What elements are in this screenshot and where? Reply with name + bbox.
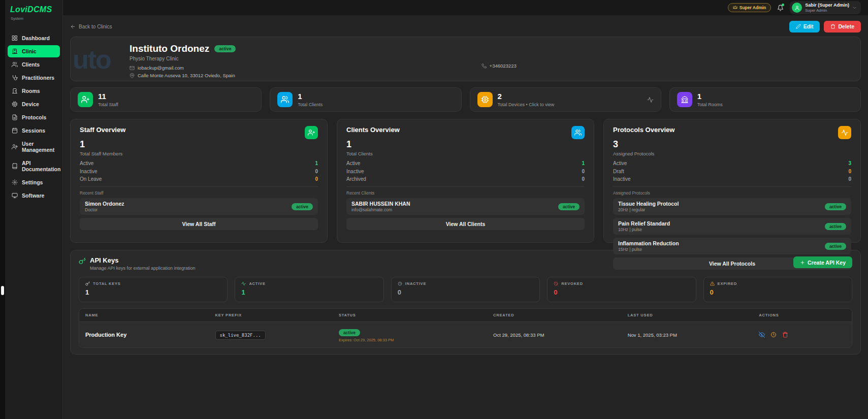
- user-gear-icon: [12, 144, 18, 150]
- card-total: 1: [80, 139, 318, 150]
- list-item[interactable]: Pain Relief Standard10Hz | pulseactive: [613, 218, 851, 235]
- role-badge: Super Admin: [728, 3, 771, 12]
- list-item[interactable]: SABIR HUSSEIN KHANinfo@salahmate.comacti…: [346, 198, 585, 215]
- card-total: 1: [346, 139, 585, 150]
- key-name: Production Key: [79, 332, 209, 338]
- view-all-button-staff[interactable]: View All Staff: [80, 218, 318, 230]
- card-total-label: Total Clients: [346, 151, 585, 156]
- api-key-stats: TOTAL KEYS1ACTIVE1INACTIVE0REVOKED0EXPIR…: [79, 277, 852, 302]
- stat-card-total-staff: 11Total Staff: [70, 87, 262, 112]
- overview-row: Staff Overview1Total Staff MembersActive…: [70, 119, 861, 243]
- api-stat-value: 0: [710, 288, 846, 296]
- activity-icon: [647, 96, 654, 103]
- api-keys-table: NAMEKEY PREFIXSTATUSCREATEDLAST USEDACTI…: [79, 308, 852, 348]
- delete-button[interactable]: Delete: [824, 21, 861, 33]
- user-plus-icon: [78, 92, 93, 107]
- status-row-draft: Draft0: [613, 169, 851, 174]
- topbar: Super Admin Sabir (Super Admin) Super Ad…: [63, 0, 868, 15]
- clinic-name: Instituto Ordonez: [130, 43, 209, 54]
- eye-off-icon[interactable]: [759, 332, 765, 338]
- sidebar-item-label: Settings: [22, 179, 43, 185]
- sidebar-item-api-documentation[interactable]: API Documentation: [8, 157, 60, 175]
- crown-icon: [733, 5, 737, 11]
- status-badge: active: [825, 243, 846, 250]
- list-item[interactable]: Inflammation Reduction15Hz | pulseactive: [613, 238, 851, 254]
- notification-dot: [782, 4, 784, 6]
- sidebar-item-device[interactable]: Device: [8, 98, 60, 110]
- app-logo-subtitle: System: [5, 14, 62, 27]
- user-name: Sabir (Super Admin): [805, 3, 849, 8]
- stat-value: 2: [498, 92, 555, 101]
- pencil-icon: [796, 24, 801, 29]
- calendar-icon: [12, 127, 18, 134]
- main-content: Back to Clinics Edit Delete uto Institut…: [63, 15, 868, 419]
- role-badge-label: Super Admin: [740, 5, 766, 10]
- users-icon: [277, 92, 293, 107]
- column-header-last-used: LAST USED: [622, 309, 753, 321]
- phone-icon: [481, 63, 487, 69]
- clinic-status-badge: active: [214, 45, 236, 52]
- scrollbar-thumb[interactable]: [1, 286, 4, 295]
- slash-circle-icon: [554, 281, 558, 286]
- stat-card-total-clients: 1Total Clients: [270, 87, 461, 112]
- mail-icon: [130, 66, 135, 71]
- grid-icon: [12, 35, 18, 41]
- list-item[interactable]: Tissue Healing Protocol20Hz | regularact…: [613, 198, 851, 215]
- created-date: Oct 29, 2025, 08:33 PM: [487, 332, 622, 338]
- app-logo: LoviDCMS: [5, 0, 62, 14]
- sidebar-item-clients[interactable]: Clients: [8, 58, 60, 71]
- sidebar-item-label: Software: [22, 192, 44, 199]
- file-text-icon: [12, 114, 18, 120]
- sidebar-item-protocols[interactable]: Protocols: [8, 111, 60, 123]
- api-stat-revoked: REVOKED0: [547, 277, 696, 302]
- chevron-down-icon: [852, 6, 857, 10]
- stat-value: 1: [298, 92, 323, 101]
- key-icon: [85, 281, 90, 286]
- sidebar-item-sessions[interactable]: Sessions: [8, 124, 60, 137]
- sidebar-item-label: API Documentation: [22, 160, 60, 172]
- clinic-watermark: uto: [73, 44, 111, 75]
- card-title: Protocols Overview: [613, 126, 674, 134]
- create-api-key-button[interactable]: Create API Key: [793, 256, 852, 268]
- user-menu[interactable]: Sabir (Super Admin) Super Admin: [790, 1, 861, 14]
- clock-icon[interactable]: [770, 332, 777, 338]
- list-item[interactable]: Simon OrdonezDoctoractive: [80, 198, 318, 215]
- clients-overview-card: Clients Overview1Total ClientsActive1Ina…: [337, 119, 594, 243]
- sidebar-item-practitioners[interactable]: Practitioners: [8, 72, 60, 84]
- column-header-created: CREATED: [487, 309, 622, 321]
- sidebar-item-label: Clinic: [22, 48, 37, 54]
- status-row-inactive: Inactive0: [80, 169, 318, 174]
- status-row-inactive: Inactive0: [346, 169, 585, 174]
- card-total-label: Assigned Protocols: [613, 151, 851, 156]
- sidebar-nav: DashboardClinicClientsPractitionersRooms…: [5, 27, 62, 202]
- building-icon: [12, 48, 18, 54]
- api-stat-value: 0: [398, 288, 533, 296]
- status-row-active: Active3: [613, 160, 851, 166]
- clinic-email: iobackup@gmail.com: [138, 65, 184, 71]
- sidebar-item-rooms[interactable]: Rooms: [8, 85, 60, 97]
- bank-icon: [677, 92, 692, 107]
- edit-button[interactable]: Edit: [789, 21, 820, 33]
- status-row-on-leave: On Leave0: [80, 176, 318, 182]
- card-title: Clients Overview: [346, 126, 400, 134]
- sidebar-item-settings[interactable]: Settings: [8, 176, 60, 188]
- view-all-button-clients[interactable]: View All Clients: [346, 218, 585, 230]
- sidebar-item-user-management[interactable]: User Management: [8, 138, 60, 156]
- back-link[interactable]: Back to Clinics: [70, 24, 112, 29]
- status-badge: active: [825, 203, 846, 210]
- stat-card-total-devices[interactable]: 2Total Devices • Click to view: [470, 87, 661, 112]
- sidebar-item-software[interactable]: Software: [8, 189, 60, 202]
- trash-icon[interactable]: [782, 332, 788, 338]
- card-total-label: Total Staff Members: [80, 151, 318, 156]
- stats-row: 11Total Staff1Total Clients2Total Device…: [70, 87, 861, 112]
- column-header-actions: ACTIONS: [753, 309, 852, 321]
- status-badge: active: [339, 329, 360, 336]
- sidebar-item-clinic[interactable]: Clinic: [8, 45, 60, 57]
- api-stat-value: 1: [241, 288, 377, 296]
- sidebar-item-label: Sessions: [22, 127, 45, 134]
- notifications-button[interactable]: [777, 5, 784, 11]
- status-badge: active: [558, 203, 580, 210]
- sidebar-item-dashboard[interactable]: Dashboard: [8, 32, 60, 44]
- map-pin-icon: [130, 73, 135, 78]
- book-icon: [12, 163, 18, 169]
